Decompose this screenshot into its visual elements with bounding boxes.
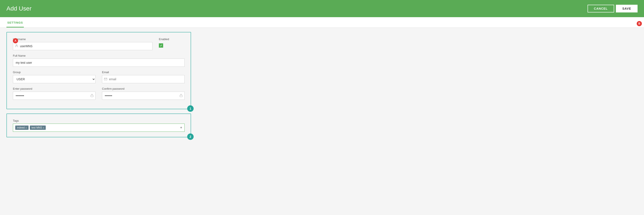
tag-test-mns: test MNS x bbox=[30, 126, 46, 130]
password-row: Enter password Confirm password bbox=[13, 87, 184, 100]
main-content: Username Enabled ✓ bbox=[0, 28, 644, 215]
enter-password-input[interactable] bbox=[13, 92, 96, 100]
svg-rect-2 bbox=[91, 95, 93, 97]
tag-test-mns-text: test MNS bbox=[32, 126, 42, 129]
check-icon: ✓ bbox=[160, 44, 162, 47]
card-2-badge: 2 bbox=[187, 134, 194, 140]
tag-indeed: indeed x bbox=[15, 126, 28, 130]
enter-password-group: Enter password bbox=[13, 87, 96, 100]
username-input-wrapper bbox=[13, 42, 152, 50]
confirm-password-group: Confirm password bbox=[102, 87, 184, 100]
tags-card: Tags indeed x test MNS x + 2 bbox=[6, 114, 191, 137]
tabs-area: A SETTINGS bbox=[0, 17, 644, 28]
svg-rect-3 bbox=[180, 95, 182, 97]
enabled-group: Enabled ✓ bbox=[159, 38, 184, 50]
group-label: Group bbox=[13, 70, 96, 74]
badge-b: B bbox=[637, 21, 642, 26]
email-icon bbox=[104, 78, 107, 81]
fullname-group: Full Name bbox=[13, 54, 184, 67]
card-1-badge: 1 bbox=[187, 105, 194, 112]
tag-indeed-text: indeed bbox=[17, 126, 25, 129]
group-select[interactable]: USER ADMIN GUEST bbox=[13, 75, 96, 83]
email-input[interactable] bbox=[102, 75, 184, 83]
page-header: Add User CANCEL SAVE bbox=[0, 0, 644, 17]
tag-test-mns-close[interactable]: x bbox=[43, 126, 44, 129]
group-group: Group USER ADMIN GUEST bbox=[13, 70, 96, 83]
enter-password-label: Enter password bbox=[13, 87, 96, 90]
badge-a: A bbox=[13, 38, 18, 43]
tab-settings[interactable]: SETTINGS bbox=[6, 17, 24, 28]
confirm-password-wrapper bbox=[102, 92, 184, 100]
username-input[interactable] bbox=[13, 42, 152, 50]
group-email-row: Group USER ADMIN GUEST Email bbox=[13, 70, 184, 83]
confirm-password-input[interactable] bbox=[102, 92, 184, 100]
confirm-lock-icon bbox=[180, 94, 182, 98]
tags-container[interactable]: indeed x test MNS x + bbox=[13, 124, 184, 132]
username-label: Username bbox=[13, 38, 152, 41]
fullname-label: Full Name bbox=[13, 54, 184, 57]
password-lock-icon bbox=[90, 94, 94, 98]
email-input-wrapper bbox=[102, 75, 184, 83]
page-title: Add User bbox=[6, 5, 32, 12]
header-actions: CANCEL SAVE bbox=[588, 5, 638, 12]
enabled-label: Enabled bbox=[159, 38, 184, 41]
email-group: Email bbox=[102, 70, 184, 83]
username-row: Username Enabled ✓ bbox=[13, 38, 184, 50]
tags-add-button[interactable]: + bbox=[180, 126, 182, 130]
enabled-checkbox[interactable]: ✓ bbox=[159, 43, 163, 48]
tag-indeed-close[interactable]: x bbox=[26, 126, 27, 129]
confirm-password-label: Confirm password bbox=[102, 87, 184, 90]
fullname-input[interactable] bbox=[13, 58, 184, 67]
tags-group: Tags indeed x test MNS x + bbox=[13, 119, 184, 132]
username-group: Username bbox=[13, 38, 152, 50]
tags-label: Tags bbox=[13, 119, 184, 122]
user-form-card: Username Enabled ✓ bbox=[6, 32, 191, 109]
cancel-button[interactable]: CANCEL bbox=[588, 5, 614, 12]
save-button[interactable]: SAVE bbox=[616, 5, 638, 12]
fullname-row: Full Name bbox=[13, 54, 184, 67]
email-label: Email bbox=[102, 70, 184, 74]
enter-password-wrapper bbox=[13, 92, 96, 100]
user-icon bbox=[15, 44, 18, 48]
